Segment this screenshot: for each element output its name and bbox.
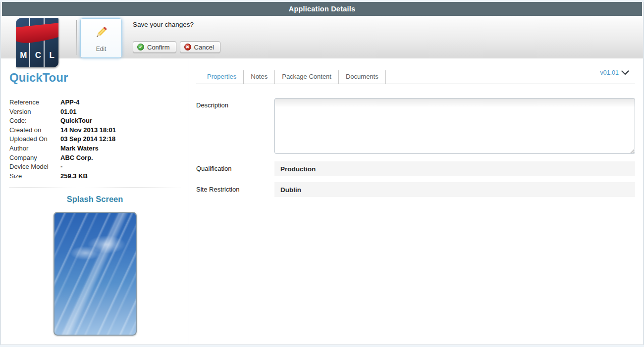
tab-notes[interactable]: Notes [244, 70, 275, 84]
application-details-window: Application Details M C L [0, 2, 644, 345]
section-divider [9, 188, 180, 188]
tab-bar: Properties Notes Package Content Documen… [196, 70, 635, 84]
edit-button-label: Edit [96, 46, 107, 52]
property-row: Reference APP-4 [9, 98, 189, 107]
edit-button[interactable]: Edit [80, 18, 122, 58]
qualification-row: Qualification Production [196, 161, 635, 176]
chevron-down-icon [621, 68, 629, 77]
site-restriction-label: Site Restriction [196, 182, 274, 197]
logo-red-swoosh [16, 21, 58, 45]
splash-screen-image [54, 212, 137, 336]
property-row: Code: QuickTour [9, 116, 189, 126]
site-restriction-row: Site Restriction Dublin [196, 182, 635, 197]
page-title: Application Details [289, 5, 355, 13]
property-row: Size 259.3 KB [9, 172, 189, 181]
site-restriction-value: Dublin [274, 182, 635, 197]
confirm-button-label: Confirm [147, 44, 170, 51]
confirm-button[interactable]: ✔ Confirm [133, 41, 176, 53]
cancel-button-label: Cancel [194, 44, 214, 51]
version-selector[interactable]: v01.01 [600, 68, 629, 77]
property-row: Uploaded On 03 Sep 2014 12:18 [9, 135, 189, 144]
save-prompt-group: Save your changes? ✔ Confirm ✖ Cancel [133, 16, 220, 53]
toolbar-separator [76, 20, 77, 54]
logo-letters: M C L [16, 50, 58, 60]
property-row: Device Model - [9, 162, 189, 172]
tab-properties[interactable]: Properties [200, 70, 244, 84]
property-row: Created on 14 Nov 2013 18:01 [9, 126, 189, 135]
save-prompt-text: Save your changes? [133, 21, 220, 28]
qualification-label: Qualification [196, 161, 274, 176]
details-panel: Properties Notes Package Content Documen… [189, 58, 643, 345]
tab-documents[interactable]: Documents [339, 70, 386, 84]
tab-package-content[interactable]: Package Content [275, 70, 339, 84]
property-row: Author Mark Waters [9, 144, 189, 153]
properties-form: Description Qualification Production Sit… [196, 84, 635, 197]
cancel-x-icon: ✖ [184, 44, 191, 50]
content-area: QuickTour Reference APP-4 Version 01.01 … [1, 58, 643, 345]
pencil-icon [93, 24, 109, 42]
description-label: Description [196, 98, 274, 154]
application-summary-panel: QuickTour Reference APP-4 Version 01.01 … [1, 58, 189, 345]
titlebar: Application Details [2, 2, 642, 16]
qualification-value: Production [274, 161, 635, 176]
mcl-logo: M C L [16, 18, 58, 67]
toolbar: M C L Edit Save yo [1, 16, 643, 58]
cancel-button[interactable]: ✖ Cancel [180, 41, 220, 53]
description-row: Description [196, 98, 635, 154]
description-textarea[interactable] [274, 98, 635, 154]
application-name: QuickTour [9, 71, 189, 85]
version-label: v01.01 [600, 69, 619, 76]
application-properties-list: Reference APP-4 Version 01.01 Code: Quic… [9, 98, 189, 181]
splash-screen-heading: Splash Screen [9, 195, 180, 204]
property-row: Company ABC Corp. [9, 153, 189, 163]
property-row: Version 01.01 [9, 107, 189, 117]
confirm-check-icon: ✔ [137, 44, 144, 50]
